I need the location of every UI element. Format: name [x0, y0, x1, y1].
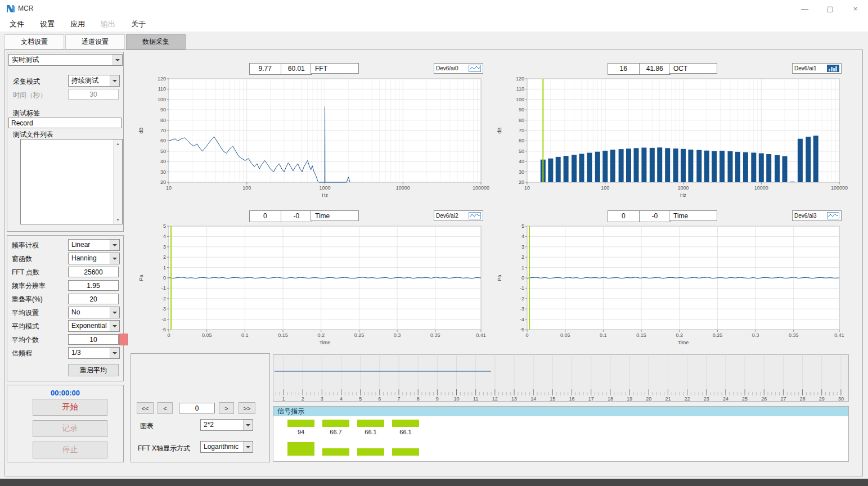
average-count-input[interactable]	[68, 334, 119, 345]
signal-level-bar	[287, 442, 314, 456]
chart-dev6-ai0: 9.7760.01FFTDev6/ai020304050607080901001…	[135, 62, 485, 204]
timeline-ruler-chart[interactable]: 1234567891011121314151617181920212223242…	[273, 354, 849, 402]
overlap-percent-input[interactable]	[68, 294, 119, 304]
svg-text:30: 30	[519, 169, 524, 175]
svg-text:Hz: Hz	[322, 192, 328, 198]
cursor-y-value: 41.86	[640, 64, 671, 74]
svg-text:80: 80	[519, 118, 524, 123]
chevron-down-icon	[110, 240, 119, 250]
file-list-scrollbar[interactable]	[113, 140, 122, 224]
svg-text:0.25: 0.25	[713, 332, 723, 338]
chart-type-label: FFT	[311, 63, 359, 74]
svg-text:18: 18	[608, 396, 613, 402]
chevron-down-icon	[243, 442, 253, 452]
svg-text:8: 8	[417, 396, 420, 402]
test-label-input[interactable]	[8, 118, 122, 128]
next-page-button[interactable]: >	[219, 402, 234, 414]
svg-text:100: 100	[516, 97, 524, 102]
svg-text:120: 120	[158, 76, 166, 82]
svg-text:2: 2	[163, 254, 166, 260]
fft-points-label: FFT 点数	[12, 268, 39, 277]
menu-item-3[interactable]: 输出	[93, 17, 123, 32]
svg-text:0.41: 0.41	[476, 332, 486, 338]
scroll-up-icon[interactable]: ▲	[114, 140, 122, 148]
fft-axis-mode-select[interactable]: Logarithmic	[200, 441, 253, 453]
signal-meters-area: 9466.766.166.1	[273, 416, 848, 461]
test-mode-value: 实时测试	[9, 55, 113, 65]
test-file-list[interactable]: ▲ ▼	[20, 139, 123, 224]
duration-seconds-input[interactable]	[68, 89, 119, 100]
chart-layout-select[interactable]: 2*2	[200, 419, 253, 431]
svg-text:100: 100	[601, 185, 609, 191]
start-button[interactable]: 开始	[33, 399, 107, 416]
average-mode-value: Exponential	[69, 321, 110, 331]
fft-points-input[interactable]	[68, 267, 119, 277]
last-page-button[interactable]: >>	[239, 402, 255, 414]
duration-seconds-label: 时间（秒）	[13, 91, 47, 100]
svg-text:-1: -1	[161, 285, 166, 291]
window-function-label: 窗函数	[12, 254, 32, 264]
restart-average-button[interactable]: 重启平均	[68, 364, 119, 376]
menu-item-2[interactable]: 应用	[62, 17, 93, 32]
svg-text:11: 11	[473, 396, 478, 402]
cursor-readout-box: 0-0	[249, 210, 312, 222]
svg-text:0.41: 0.41	[834, 332, 844, 338]
svg-text:12: 12	[492, 396, 498, 402]
bar-chart-icon	[827, 65, 839, 72]
average-mode-select[interactable]: Exponential	[68, 320, 120, 332]
record-button[interactable]: 记录	[33, 420, 107, 437]
freq-resolution-input[interactable]	[68, 280, 119, 291]
svg-text:0.25: 0.25	[354, 332, 365, 338]
svg-text:0.1: 0.1	[241, 332, 249, 338]
signal-indicator-header: 信号指示	[273, 407, 848, 416]
svg-text:3: 3	[321, 396, 323, 402]
cursor-y-value: 60.01	[281, 64, 312, 74]
stop-button[interactable]: 停止	[33, 442, 107, 458]
tab-1[interactable]: 通道设置	[65, 34, 125, 50]
average-setting-select[interactable]: No	[68, 307, 120, 318]
first-page-button[interactable]: <<	[137, 402, 154, 414]
menu-item-0[interactable]: 文件	[2, 17, 32, 32]
acq-mode-select[interactable]: 持续测试	[68, 75, 120, 87]
svg-text:1: 1	[163, 265, 166, 271]
plot-dev6-ai3[interactable]: -5-4-3-2-101234500.050.10.150.20.250.30.…	[493, 223, 843, 351]
file-list-caption: 测试文件列表	[13, 130, 53, 140]
maximize-button[interactable]: ▢	[817, 0, 843, 17]
test-mode-select[interactable]: 实时测试	[8, 54, 123, 66]
svg-text:10: 10	[454, 396, 460, 402]
svg-text:14: 14	[530, 396, 536, 402]
svg-text:-5: -5	[161, 327, 166, 332]
octave-select[interactable]: 1/3	[68, 347, 120, 359]
window-function-select[interactable]: Hanning	[68, 253, 120, 264]
signal-level-value: 66.7	[322, 429, 349, 435]
chevron-down-icon	[110, 253, 119, 264]
prev-page-button[interactable]: <	[158, 402, 173, 414]
svg-text:30: 30	[838, 396, 844, 402]
signal-indicator-panel: 信号指示 9466.766.166.1	[273, 406, 849, 462]
signal-level-value: 66.1	[357, 429, 384, 435]
svg-text:-3: -3	[520, 306, 524, 312]
plot-dev6-ai1[interactable]: 2030405060708090100110120101001000100001…	[493, 75, 843, 204]
menu-item-1[interactable]: 设置	[32, 17, 62, 32]
window-title: MCR	[18, 4, 33, 12]
svg-text:1000: 1000	[677, 185, 689, 191]
menu-item-4[interactable]: 关于	[123, 17, 154, 32]
plot-dev6-ai0[interactable]: 2030405060708090100110120101001000100001…	[135, 75, 485, 204]
line-chart-icon	[469, 212, 481, 219]
scroll-down-icon[interactable]: ▼	[114, 215, 122, 224]
page-number-input[interactable]	[179, 403, 215, 413]
plot-dev6-ai2[interactable]: -5-4-3-2-101234500.050.10.150.20.250.30.…	[135, 223, 485, 351]
tab-0[interactable]: 文档设置	[5, 34, 64, 50]
acq-mode-value: 持续测试	[69, 75, 110, 86]
svg-text:100: 100	[158, 97, 166, 102]
svg-text:110: 110	[158, 86, 166, 92]
minimize-button[interactable]: —	[792, 0, 817, 17]
cursor-y-value: -0	[640, 211, 671, 222]
svg-text:50: 50	[519, 148, 524, 154]
svg-text:6: 6	[378, 396, 381, 402]
fft-axis-mode-label: FFT X轴显示方式	[138, 444, 190, 453]
freq-weighting-select[interactable]: Linear	[68, 239, 120, 251]
close-button[interactable]: ×	[843, 0, 868, 17]
tab-2[interactable]: 数据采集	[126, 34, 186, 50]
svg-text:0.15: 0.15	[636, 332, 646, 338]
